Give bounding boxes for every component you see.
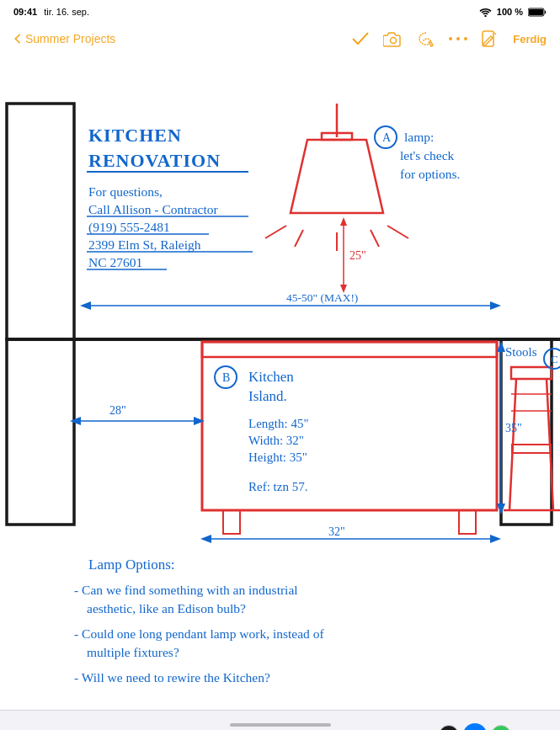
battery: 100 % (497, 7, 523, 17)
svg-marker-42 (490, 301, 501, 310)
pencil-tool[interactable] (138, 724, 162, 731)
svg-rect-8 (7, 104, 74, 339)
svg-line-26 (265, 226, 286, 238)
svg-rect-45 (202, 342, 497, 357)
svg-rect-44 (202, 342, 497, 510)
svg-text:lamp:: lamp: (404, 130, 434, 144)
time: 09:41 (13, 7, 37, 17)
date: tir. 16. sep. (44, 7, 89, 17)
lasso-icon[interactable] (417, 29, 435, 48)
svg-text:Width: 32": Width: 32" (248, 434, 304, 447)
svg-point-4 (449, 37, 452, 40)
svg-text:A: A (382, 131, 392, 144)
svg-marker-41 (80, 301, 91, 310)
svg-text:Island.: Island. (248, 388, 287, 404)
svg-text:Stools: Stools (505, 345, 537, 359)
svg-text:RENOVATION: RENOVATION (88, 150, 221, 171)
back-button[interactable]: Summer Projects (13, 32, 115, 45)
svg-text:45-50" (MAX!): 45-50" (MAX!) (286, 291, 358, 304)
svg-text:For questions,: For questions, (88, 184, 163, 199)
svg-text:35": 35" (505, 422, 522, 434)
svg-point-6 (464, 37, 467, 40)
done-button[interactable]: Ferdig (513, 33, 547, 45)
svg-text:NC 27601: NC 27601 (88, 255, 142, 269)
svg-marker-71 (200, 535, 211, 543)
svg-text:(919) 555-2481: (919) 555-2481 (88, 220, 170, 235)
color-green[interactable] (491, 725, 511, 730)
svg-text:Lamp Options:: Lamp Options: (88, 557, 174, 573)
svg-text:B: B (222, 371, 230, 384)
svg-line-27 (295, 230, 303, 247)
svg-text:let's check: let's check (400, 148, 455, 163)
home-indicator (230, 723, 331, 727)
svg-rect-59 (512, 445, 551, 453)
note-canvas: KITCHEN RENOVATION For questions, Call A… (0, 57, 560, 710)
toolbar (0, 710, 560, 730)
wifi-icon (479, 8, 492, 17)
battery-icon (528, 8, 547, 17)
svg-rect-47 (459, 510, 476, 534)
svg-text:C: C (551, 353, 558, 365)
svg-text:Ref: tzn 57.: Ref: tzn 57. (248, 480, 307, 493)
svg-rect-46 (223, 510, 240, 534)
svg-rect-9 (7, 339, 74, 525)
svg-line-29 (371, 230, 379, 247)
status-time-date: 09:41 tir. 16. sep. (13, 7, 89, 17)
svg-text:aesthetic, like an Edison bulb: aesthetic, like an Edison bulb? (87, 601, 246, 615)
svg-text:32": 32" (328, 525, 345, 538)
svg-text:- Could one long pendant lamp : - Could one long pendant lamp work, inst… (74, 626, 324, 641)
svg-point-0 (484, 14, 486, 16)
svg-text:for options.: for options. (400, 167, 460, 181)
svg-rect-2 (529, 9, 543, 15)
svg-text:Height: 35": Height: 35" (248, 450, 307, 464)
svg-text:- Can we find something with a: - Can we find something with an industri… (74, 583, 298, 597)
svg-text:Kitchen: Kitchen (248, 369, 294, 385)
fountain-pen-tool[interactable] (81, 727, 104, 731)
svg-marker-37 (340, 217, 347, 226)
svg-text:Call Allison - Contractor: Call Allison - Contractor (88, 202, 219, 216)
color-blue[interactable] (465, 725, 485, 730)
svg-text:28": 28" (109, 404, 126, 417)
svg-text:Length: 45": Length: 45" (248, 417, 309, 430)
svg-line-30 (387, 226, 408, 238)
svg-text:- Will we need to rewire the K: - Will we need to rewire the Kitchen? (74, 670, 270, 685)
color-black[interactable] (439, 725, 459, 730)
svg-rect-56 (511, 367, 552, 379)
note-drawing: KITCHEN RENOVATION For questions, Call A… (0, 57, 560, 710)
back-label[interactable]: Summer Projects (25, 32, 115, 45)
camera-icon[interactable] (383, 30, 403, 47)
svg-text:KITCHEN: KITCHEN (88, 125, 182, 146)
status-bar: 09:41 tir. 16. sep. 100 % (0, 0, 560, 24)
marker-pen-tool[interactable] (109, 727, 133, 731)
svg-point-3 (391, 38, 397, 44)
status-icons: 100 % (479, 7, 547, 17)
svg-marker-72 (490, 535, 501, 543)
nav-actions: Ferdig (351, 29, 547, 48)
svg-text:2399 Elm St, Raleigh: 2399 Elm St, Raleigh (88, 237, 201, 252)
checkmark-icon[interactable] (351, 31, 370, 46)
svg-text:multiple fixtures?: multiple fixtures? (87, 645, 179, 659)
nav-bar: Summer Projects Ferdig (0, 24, 560, 57)
ellipsis-icon[interactable] (449, 36, 467, 41)
svg-point-5 (456, 37, 460, 40)
color-swatches (439, 725, 511, 730)
svg-text:25": 25" (349, 249, 366, 262)
square-pencil-icon[interactable] (481, 29, 499, 48)
